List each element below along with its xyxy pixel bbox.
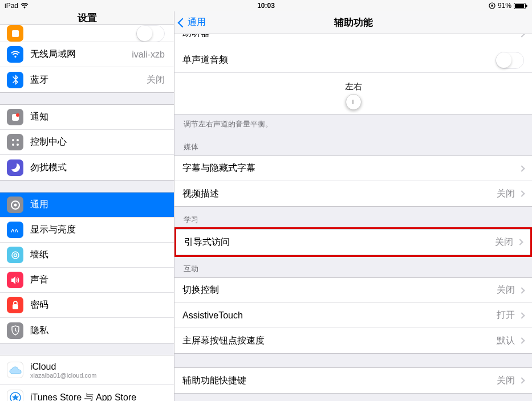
sidebar-item-privacy[interactable]: 隐私	[0, 318, 174, 343]
general-label: 通用	[30, 199, 165, 211]
privacy-label: 隐私	[30, 325, 165, 337]
row-video-description[interactable]: 视频描述 关闭	[174, 181, 532, 206]
row-hearing-aids[interactable]: 助听器	[174, 34, 532, 48]
back-button[interactable]: 通用	[174, 17, 206, 28]
row-guided-access[interactable]: 引导式访问 关闭	[176, 230, 530, 255]
wifi-value: ivali-xzb	[132, 50, 165, 60]
bluetooth-value: 关闭	[147, 74, 165, 86]
row-mono-audio[interactable]: 单声道音频	[174, 48, 532, 73]
svg-text:AA: AA	[11, 228, 18, 234]
icloud-label: iCloud	[30, 362, 96, 372]
display-icon: AA	[7, 222, 23, 238]
interaction-header: 互动	[174, 260, 532, 277]
bluetooth-icon	[7, 72, 23, 88]
wifi-label: 无线局域网	[30, 48, 132, 60]
notifications-label: 通知	[30, 111, 165, 123]
bluetooth-label: 蓝牙	[30, 74, 147, 86]
display-label: 显示与亮度	[30, 224, 165, 236]
battery-label: 91%	[498, 2, 511, 10]
device-label: iPad	[5, 2, 18, 10]
controlcenter-icon	[7, 134, 23, 150]
detail-header: 通用 辅助功能	[174, 11, 532, 34]
slider-left-label: 左	[345, 81, 354, 92]
row-switch-control[interactable]: 切换控制 关闭	[174, 278, 532, 303]
detail-title: 辅助功能	[334, 16, 373, 29]
slider-thumb[interactable]	[346, 94, 362, 110]
sidebar-item-passcode[interactable]: 密码	[0, 293, 174, 318]
battery-icon	[514, 3, 527, 9]
row-assistivetouch[interactable]: AssistiveTouch 打开	[174, 303, 532, 328]
svg-rect-16	[13, 304, 18, 309]
gear-icon	[7, 197, 23, 213]
chevron-icon	[518, 312, 525, 318]
chevron-icon	[518, 337, 525, 343]
sidebar-item-icloud[interactable]: iCloud xiazaiba01@icloud.com	[0, 355, 174, 385]
svg-rect-2	[515, 4, 524, 8]
lock-icon	[7, 297, 23, 313]
sidebar-item-truncated[interactable]	[0, 25, 174, 42]
chevron-icon	[518, 377, 525, 383]
sound-label: 声音	[30, 274, 165, 286]
dnd-icon	[7, 159, 23, 176]
sidebar-title: 设置	[0, 11, 174, 25]
wallpaper-icon	[7, 247, 23, 263]
appstore-icon	[7, 390, 23, 402]
cloud-icon	[7, 362, 23, 378]
svg-point-15	[14, 253, 17, 256]
orientation-lock-icon	[489, 2, 496, 9]
media-header: 媒体	[174, 138, 532, 156]
sidebar-item-itunes[interactable]: iTunes Store 与 App Store	[0, 385, 174, 401]
learning-header: 学习	[174, 211, 532, 228]
svg-point-14	[12, 252, 19, 259]
svg-rect-4	[12, 30, 19, 37]
privacy-icon	[7, 322, 23, 339]
chevron-icon	[518, 287, 525, 293]
svg-point-8	[17, 139, 19, 141]
notifications-icon	[7, 109, 23, 125]
row-subtitles[interactable]: 字幕与隐藏式字幕	[174, 156, 532, 181]
sound-icon	[7, 272, 23, 288]
sidebar-item-wallpaper[interactable]: 墙纸	[0, 243, 174, 268]
settings-sidebar: 设置 无线局域网 ivali-xzb 蓝牙 关闭 通知	[0, 11, 174, 401]
passcode-label: 密码	[30, 299, 165, 311]
sidebar-item-general[interactable]: 通用	[0, 193, 174, 218]
balance-footer: 调节左右声道的音量平衡。	[174, 114, 532, 134]
svg-point-12	[14, 203, 17, 206]
status-time: 10:03	[257, 2, 275, 10]
icloud-email: xiazaiba01@icloud.com	[30, 372, 96, 379]
dnd-label: 勿扰模式	[30, 162, 165, 174]
sidebar-item-sound[interactable]: 声音	[0, 268, 174, 293]
chevron-icon	[518, 34, 525, 38]
sidebar-item-dnd[interactable]: 勿扰模式	[0, 155, 174, 180]
sidebar-item-wifi[interactable]: 无线局域网 ivali-xzb	[0, 42, 174, 67]
wifi-icon	[7, 46, 23, 63]
wallpaper-label: 墙纸	[30, 249, 165, 261]
svg-point-10	[17, 144, 19, 146]
svg-rect-3	[526, 5, 527, 7]
row-home-click-speed[interactable]: 主屏幕按钮点按速度 默认	[174, 328, 532, 353]
highlight-annotation: 引导式访问 关闭	[174, 227, 532, 257]
chevron-icon	[518, 165, 525, 171]
svg-point-6	[16, 113, 19, 117]
sidebar-item-bluetooth[interactable]: 蓝牙 关闭	[0, 67, 174, 92]
mono-toggle[interactable]	[496, 52, 524, 69]
svg-point-7	[12, 139, 14, 141]
sidebar-item-display[interactable]: AA 显示与亮度	[0, 218, 174, 243]
slider-right-label: 右	[354, 81, 362, 92]
sidebar-item-controlcenter[interactable]: 控制中心	[0, 130, 174, 155]
sidebar-item-notifications[interactable]: 通知	[0, 105, 174, 130]
detail-pane: 通用 辅助功能 助听器 单声道音频 左 右 调节左右声道的音量	[174, 11, 532, 401]
toggle-icon[interactable]	[136, 25, 165, 42]
wifi-icon	[21, 3, 29, 9]
svg-point-9	[12, 144, 14, 146]
row-balance-slider[interactable]: 左 右	[174, 73, 532, 114]
controlcenter-label: 控制中心	[30, 136, 165, 148]
row-accessibility-shortcut[interactable]: 辅助功能快捷键 关闭	[174, 368, 532, 393]
chevron-icon	[517, 239, 523, 245]
chevron-icon	[518, 190, 525, 197]
status-bar: iPad 10:03 91%	[0, 0, 532, 11]
itunes-label: iTunes Store 与 App Store	[30, 392, 165, 402]
